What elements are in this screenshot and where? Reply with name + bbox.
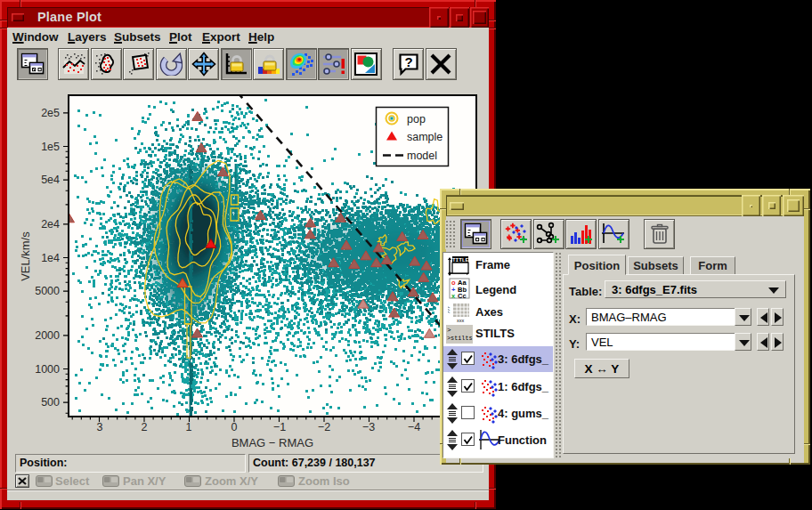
svg-text:1e4: 1e4 [41, 252, 60, 264]
svg-text:model: model [407, 150, 437, 162]
svg-text:sample: sample [407, 131, 443, 143]
svg-text:>: > [447, 327, 451, 334]
svg-text:0: 0 [231, 421, 238, 433]
svg-text:3: 3 [97, 421, 103, 433]
svg-text:−4: −4 [408, 421, 420, 433]
svg-text:1: 1 [186, 421, 192, 433]
svg-text:1000: 1000 [35, 363, 60, 376]
svg-text:500: 500 [41, 396, 60, 409]
svg-text:5000: 5000 [35, 285, 60, 297]
svg-text:−2: −2 [318, 421, 330, 433]
svg-text:2000: 2000 [35, 329, 60, 342]
svg-text:1e5: 1e5 [41, 141, 60, 153]
svg-text:yyy: yyy [448, 306, 450, 314]
svg-text:?: ? [404, 54, 412, 69]
svg-text:2e5: 2e5 [41, 107, 60, 119]
svg-text:>stilts: >stilts [447, 335, 473, 342]
svg-text:2: 2 [142, 421, 148, 433]
svg-text:2e4: 2e4 [41, 218, 60, 231]
svg-text:Cc: Cc [458, 292, 467, 300]
svg-text:−1: −1 [273, 421, 286, 433]
svg-text:VEL/km/s: VEL/km/s [19, 231, 32, 281]
svg-text:5e4: 5e4 [41, 174, 60, 186]
svg-text:pop: pop [407, 113, 426, 125]
svg-text:−3: −3 [362, 421, 375, 433]
svg-text:BMAG − RMAG: BMAG − RMAG [231, 436, 313, 449]
